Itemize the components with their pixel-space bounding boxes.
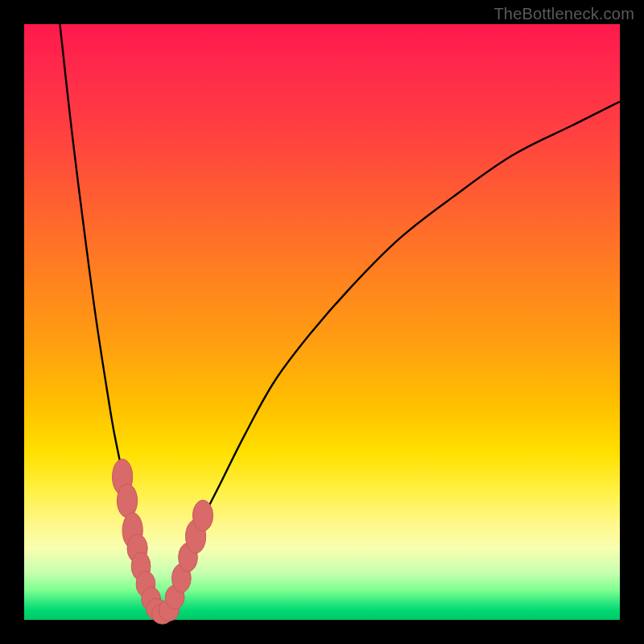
data-marker bbox=[117, 484, 137, 517]
chart-svg bbox=[24, 24, 620, 620]
watermark-text: TheBottleneck.com bbox=[493, 5, 634, 23]
curve-right-branch bbox=[161, 101, 620, 613]
marker-group bbox=[113, 459, 213, 624]
curve-left-branch bbox=[60, 24, 161, 614]
data-marker bbox=[192, 500, 213, 530]
